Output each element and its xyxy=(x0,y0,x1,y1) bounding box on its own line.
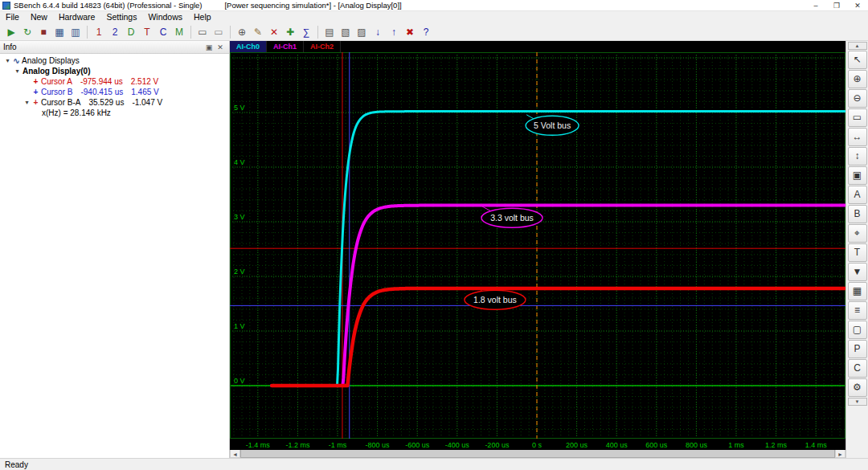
cursor-b-tool-button[interactable]: B xyxy=(848,205,867,223)
fit-horizontal-button[interactable]: ↔ xyxy=(848,128,867,146)
window-title-app: SBench 6.4.4 build 14823 (64bit) (Profes… xyxy=(14,1,202,10)
loop-acquisition-button[interactable]: ↻ xyxy=(20,25,35,39)
tree-row[interactable]: +Cursor A-975.944 us2.512 V xyxy=(0,76,229,87)
display-settings-button[interactable]: ▥ xyxy=(68,25,83,39)
main-toolbar: ▶↻■▦▥12DTCM▭▭⊕✎✕✚∑▤▧▨↓↑✖? xyxy=(0,23,868,41)
tab-AI-Ch0[interactable]: AI-Ch0 xyxy=(230,41,267,52)
cursor-b-icon: + xyxy=(31,87,40,97)
card-settings-button[interactable]: ▦ xyxy=(52,25,67,39)
toolbar-separator xyxy=(190,26,191,39)
analog-input-button[interactable]: 1 xyxy=(92,25,106,39)
menu-windows[interactable]: Windows xyxy=(142,11,188,23)
y-tick-label: 3 V xyxy=(234,213,245,221)
tree-row[interactable]: +Cursor B-940.415 us1.465 V xyxy=(0,87,229,97)
annotation-text-button[interactable]: T xyxy=(848,243,867,262)
tree-item-label: Analog Displays xyxy=(22,55,80,66)
x-tick-label: 1 ms xyxy=(728,441,744,449)
scroll-thumb[interactable] xyxy=(240,449,835,458)
menu-hardware[interactable]: Hardware xyxy=(53,11,101,23)
stop-acquisition-button[interactable]: ■ xyxy=(36,25,51,39)
x-tick-label: -1 ms xyxy=(329,441,347,449)
snapshot-button[interactable]: ▢ xyxy=(848,321,867,339)
scroll-right-button[interactable]: ► xyxy=(835,449,845,458)
tree-row[interactable]: ▾Analog Display(0) xyxy=(0,66,229,76)
import-data-button[interactable]: ↑ xyxy=(387,25,401,39)
delete-item-button[interactable]: ✕ xyxy=(267,25,281,39)
analog-output-button[interactable]: 2 xyxy=(108,25,122,39)
filter-function-button[interactable]: ▨ xyxy=(354,25,369,39)
content-area: Info ▣ ✕ ▾∿Analog Displays▾Analog Displa… xyxy=(0,41,868,458)
digital-io-button[interactable]: D xyxy=(124,25,138,39)
expander-icon[interactable]: ▾ xyxy=(13,66,22,76)
signal-calc-button[interactable]: ∑ xyxy=(299,25,313,39)
info-panel-header: Info ▣ ✕ xyxy=(0,41,229,54)
fit-all-button[interactable]: ▣ xyxy=(848,166,867,185)
help-tool-button[interactable]: ? xyxy=(419,25,433,39)
cascade-windows-button[interactable]: ▭ xyxy=(211,25,226,39)
pin-icon[interactable]: ▣ xyxy=(203,43,215,51)
fit-vertical-button[interactable]: ↕ xyxy=(848,147,867,166)
app-icon xyxy=(2,2,10,10)
display-options-button[interactable]: ⚙ xyxy=(848,378,867,397)
block-average-button[interactable]: ▤ xyxy=(322,25,337,39)
zoom-out-button[interactable]: ⊖ xyxy=(848,89,867,108)
grid-toggle-button[interactable]: ▦ xyxy=(848,282,867,300)
tree-row[interactable]: ▾∿Analog Displays xyxy=(0,55,229,66)
trigger-settings-button[interactable]: T xyxy=(140,25,154,39)
add-display-button[interactable]: ✚ xyxy=(283,25,297,39)
tree-row[interactable]: ▾+Cursor B-A35.529 us-1.047 V xyxy=(0,97,229,108)
toolbar-separator xyxy=(317,26,318,39)
x-tick-label: 0 s xyxy=(532,441,542,449)
info-panel-title: Info xyxy=(3,43,203,51)
minimize-button[interactable]: – xyxy=(805,0,826,10)
x-tick-label: 400 us xyxy=(606,441,628,449)
right-toolbar: ▲↖⊕⊖▭↔↕▣AB⌖T▼▦≡▢PC⚙▼ xyxy=(845,41,868,458)
edit-annotations-button[interactable]: ✎ xyxy=(251,25,265,39)
fft-analysis-button[interactable]: ▧ xyxy=(338,25,353,39)
crosshair-tool-button[interactable]: ⌖ xyxy=(848,224,867,243)
menu-bar: FileNewHardwareSettingsWindowsHelp xyxy=(0,11,868,23)
title-bar: SBench 6.4.4 build 14823 (64bit) (Profes… xyxy=(0,0,868,11)
export-data-button[interactable]: ↓ xyxy=(371,25,385,39)
persistence-mode-button[interactable]: ≡ xyxy=(848,301,867,320)
memory-settings-button[interactable]: M xyxy=(172,25,186,39)
waveform-chart[interactable]: 5 Volt bus3.3 volt bus1.8 volt bus5 V4 V… xyxy=(230,52,845,450)
toolbar-separator xyxy=(230,26,231,39)
x-tick-label: -1.4 ms xyxy=(246,441,271,449)
menu-settings[interactable]: Settings xyxy=(100,11,142,23)
cursor-a-tool-button[interactable]: A xyxy=(848,186,867,204)
toolbar-scroll-down[interactable]: ▼ xyxy=(848,398,867,406)
toolbar-scroll-up[interactable]: ▲ xyxy=(848,42,867,50)
x-tick-label: -800 us xyxy=(366,441,391,449)
copy-image-button[interactable]: C xyxy=(848,359,867,378)
x-tick-label: -1.2 ms xyxy=(285,441,310,449)
zoom-tool-button[interactable]: ⊕ xyxy=(235,25,249,39)
x-tick-label: 600 us xyxy=(645,441,668,449)
menu-help[interactable]: Help xyxy=(188,11,217,23)
tab-AI-Ch1[interactable]: AI-Ch1 xyxy=(267,41,304,52)
tile-windows-button[interactable]: ▭ xyxy=(195,25,210,39)
menu-file[interactable]: File xyxy=(0,11,25,23)
close-all-button[interactable]: ✖ xyxy=(403,25,417,39)
tab-AI-Ch2[interactable]: AI-Ch2 xyxy=(304,41,341,52)
zoom-window-button[interactable]: ▭ xyxy=(848,108,867,127)
maximize-button[interactable]: ❐ xyxy=(826,0,847,10)
tree-item-label: Cursor B xyxy=(41,87,72,97)
tree-item-value: 1.465 V xyxy=(131,87,158,97)
y-tick-label: 2 V xyxy=(234,268,245,276)
panel-close-icon[interactable]: ✕ xyxy=(215,43,226,51)
menu-new[interactable]: New xyxy=(25,11,53,23)
app-window: SBench 6.4.4 build 14823 (64bit) (Profes… xyxy=(0,0,868,470)
clock-settings-button[interactable]: C xyxy=(156,25,170,39)
close-button[interactable]: ✕ xyxy=(847,0,868,10)
print-display-button[interactable]: P xyxy=(848,340,867,358)
x-tick-label: 1.2 ms xyxy=(765,441,788,449)
tree-row[interactable]: x(Hz) = 28.146 kHz xyxy=(0,108,229,118)
start-acquisition-button[interactable]: ▶ xyxy=(4,25,18,39)
cursor-pointer-button[interactable]: ↖ xyxy=(848,51,867,69)
expander-icon[interactable]: ▾ xyxy=(3,55,12,66)
scroll-left-button[interactable]: ◄ xyxy=(230,449,240,458)
zoom-in-button[interactable]: ⊕ xyxy=(848,70,867,88)
marker-tool-button[interactable]: ▼ xyxy=(848,263,867,281)
expander-icon[interactable]: ▾ xyxy=(23,97,31,108)
